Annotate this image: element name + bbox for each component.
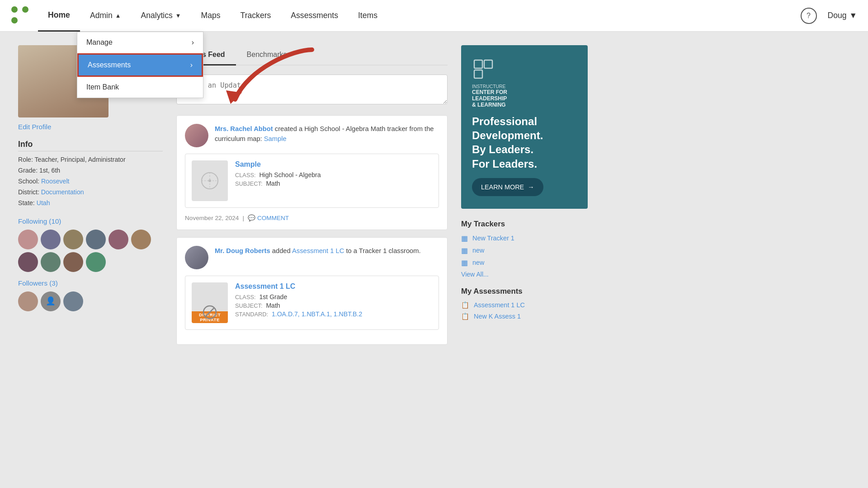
follower-avatar-3[interactable] <box>63 291 83 311</box>
navbar: Home Admin ▲ Analytics ▼ Maps Trackers A… <box>0 0 868 32</box>
tracker-class-row: CLASS: High School - Algebra <box>235 171 321 178</box>
feed-tabs: News Feed Benchmarks <box>176 45 448 66</box>
svg-point-2 <box>11 17 18 23</box>
help-button[interactable]: ? <box>801 8 817 24</box>
tracker-icon-3: ▦ <box>461 258 468 267</box>
tracker-list-item-3[interactable]: ▦ new <box>461 258 588 267</box>
avatar-3[interactable] <box>63 230 83 249</box>
school-link[interactable]: Roosevelt <box>41 178 70 185</box>
tracker-details-1: Sample CLASS: High School - Algebra SUBJ… <box>235 160 321 201</box>
assessment-list-item-2[interactable]: 📋 New K Assess 1 <box>461 313 588 320</box>
assessment-standard-row: STANDARD: 1.OA.D.7, 1.NBT.A.1, 1.NBT.B.2 <box>235 310 362 318</box>
person-doug-link[interactable]: Mr. Doug Roberts <box>215 247 270 254</box>
arrow-right-icon: → <box>528 183 534 191</box>
tracker-sample-link[interactable]: Sample <box>264 135 287 142</box>
avatar-10[interactable] <box>86 252 106 272</box>
avatar-9[interactable] <box>63 252 83 272</box>
tab-benchmarks[interactable]: Benchmarks <box>236 45 298 66</box>
edit-profile-link[interactable]: Edit Profile <box>18 123 163 131</box>
follower-avatar-1[interactable] <box>18 291 38 311</box>
svg-rect-10 <box>474 60 482 68</box>
tracker-preview-1: Sample CLASS: High School - Algebra SUBJ… <box>185 154 439 208</box>
feed-text-2: Mr. Doug Roberts added Assessment 1 LC t… <box>215 246 421 269</box>
admin-dropdown: Manage › Assessments › Item Bank <box>77 32 203 98</box>
following-avatars <box>18 230 163 272</box>
dropdown-manage[interactable]: Manage › <box>77 32 203 53</box>
tracker-name-1[interactable]: Sample <box>235 160 321 169</box>
analytics-caret-icon: ▼ <box>175 12 181 19</box>
nav-trackers[interactable]: Trackers <box>231 0 281 32</box>
share-update-input[interactable] <box>176 75 448 104</box>
svg-point-0 <box>11 6 18 13</box>
avatar-1[interactable] <box>18 230 38 249</box>
state-row: State: Utah <box>18 198 163 208</box>
avatar-6[interactable] <box>131 230 151 249</box>
comment-icon: 💬 <box>248 214 255 221</box>
trackers-section-title: My Trackers <box>461 220 588 229</box>
assessment-list-item-1[interactable]: 📋 Assessment 1 LC <box>461 301 588 309</box>
main-feed: News Feed Benchmarks Mrs. Rachel Abbot c… <box>176 45 448 352</box>
svg-rect-12 <box>474 70 482 78</box>
view-all-trackers-link[interactable]: View All... <box>461 271 588 278</box>
user-menu-button[interactable]: Doug ▼ <box>828 11 857 20</box>
nav-analytics[interactable]: Analytics ▼ <box>131 0 191 32</box>
grade-row: Grade: 1st, 6th <box>18 166 163 175</box>
assessment-class-row: CLASS: 1st Grade <box>235 293 362 300</box>
user-caret-icon: ▼ <box>849 11 857 20</box>
person-rachel-link[interactable]: Mrs. Rachel Abbot <box>215 125 273 132</box>
avatar-2[interactable] <box>41 230 61 249</box>
promo-subtitle1: CENTER FOR <box>472 89 577 95</box>
assessment-link[interactable]: Assessment 1 LC <box>292 247 344 254</box>
promo-banner: INSTRUCTURE CENTER FOR LEADERSHIP & LEAR… <box>461 45 588 209</box>
district-row: District: Documentation <box>18 188 163 197</box>
tracker-list-item-1[interactable]: ▦ New Tracker 1 <box>461 234 588 243</box>
feed-meta-1: November 22, 2024 | 💬 COMMENT <box>185 214 439 221</box>
info-title: Info <box>18 140 163 151</box>
nav-home[interactable]: Home <box>38 0 80 32</box>
feed-avatar-doug <box>185 246 208 269</box>
tracker-subject-row: SUBJECT: Math <box>235 180 321 187</box>
admin-caret-icon: ▲ <box>115 12 121 19</box>
learn-more-button[interactable]: LEARN MORE → <box>472 178 543 196</box>
followers-section: Followers (3) 👤 <box>18 279 163 311</box>
role-row: Role: Teacher, Principal, Administrator <box>18 155 163 164</box>
nav-admin[interactable]: Admin ▲ <box>80 0 131 32</box>
follower-avatar-2[interactable]: 👤 <box>41 291 61 311</box>
right-sidebar: INSTRUCTURE CENTER FOR LEADERSHIP & LEAR… <box>461 45 588 352</box>
promo-subtitle3: & LEARNING <box>472 102 577 108</box>
tracker-icon-box <box>192 160 228 201</box>
feed-item-1: Mrs. Rachel Abbot created a High School … <box>176 115 448 230</box>
svg-line-9 <box>205 308 214 317</box>
dropdown-item-bank[interactable]: Item Bank <box>77 77 203 98</box>
nav-maps[interactable]: Maps <box>191 0 231 32</box>
nav-items: Home Admin ▲ Analytics ▼ Maps Trackers A… <box>38 0 387 32</box>
feed-text-1: Mrs. Rachel Abbot created a High School … <box>215 124 439 147</box>
avatar-5[interactable] <box>108 230 128 249</box>
avatar-8[interactable] <box>41 252 61 272</box>
svg-rect-11 <box>484 60 492 68</box>
state-link[interactable]: Utah <box>37 199 50 206</box>
tracker-list-item-2[interactable]: ▦ new <box>461 246 588 255</box>
nav-assessments[interactable]: Assessments <box>281 0 348 32</box>
feed-item-2: Mr. Doug Roberts added Assessment 1 LC t… <box>176 237 448 345</box>
nav-items[interactable]: Items <box>348 0 387 32</box>
assessment-name-preview[interactable]: Assessment 1 LC <box>235 282 362 291</box>
avatar-7[interactable] <box>18 252 38 272</box>
follower-avatars: 👤 <box>18 291 163 311</box>
standard-link[interactable]: 1.OA.D.7, 1.NBT.A.1, 1.NBT.B.2 <box>272 310 362 318</box>
tracker-icon-1: ▦ <box>461 234 468 243</box>
feed-item-2-header: Mr. Doug Roberts added Assessment 1 LC t… <box>185 246 439 269</box>
avatar-4[interactable] <box>86 230 106 249</box>
assessment-details: Assessment 1 LC CLASS: 1st Grade SUBJECT… <box>235 282 362 323</box>
info-section: Info Role: Teacher, Principal, Administr… <box>18 140 163 208</box>
dropdown-assessments[interactable]: Assessments › <box>77 53 203 77</box>
my-trackers-section: My Trackers ▦ New Tracker 1 ▦ new ▦ new … <box>461 220 588 278</box>
district-link[interactable]: Documentation <box>41 188 84 196</box>
comment-button-1[interactable]: 💬 COMMENT <box>248 214 289 221</box>
my-assessments-section: My Assessments 📋 Assessment 1 LC 📋 New K… <box>461 287 588 320</box>
promo-subtitle2: LEADERSHIP <box>472 95 577 102</box>
assessment-preview: DISTRICT PRIVATE Assessment 1 LC CLASS: … <box>185 276 439 330</box>
promo-org: INSTRUCTURE <box>472 84 577 89</box>
app-logo <box>11 6 29 26</box>
following-section: Following (10) <box>18 217 163 272</box>
